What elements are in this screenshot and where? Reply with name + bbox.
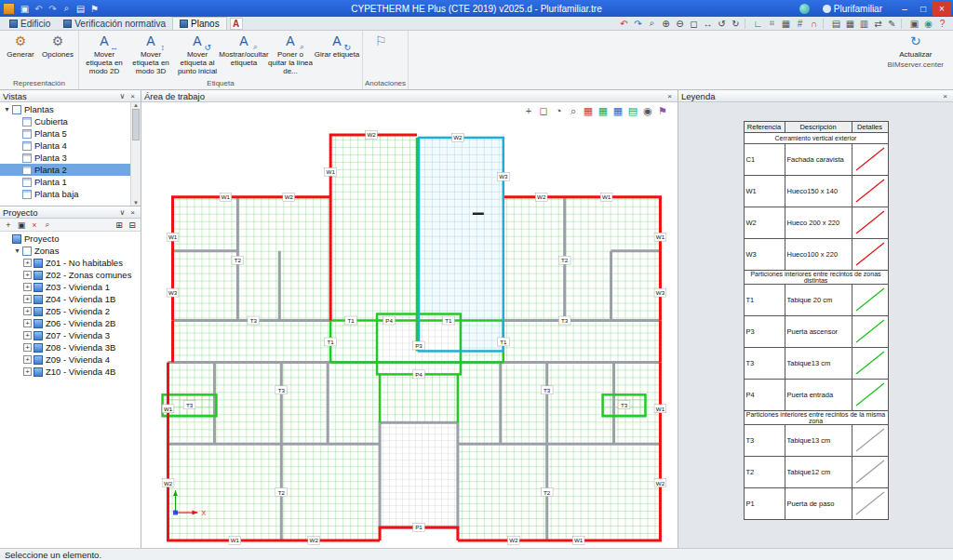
label-a-tool-icon[interactable]: A: [230, 18, 243, 30]
tree-item-planta-4[interactable]: Planta 4: [0, 140, 141, 152]
tree-item-zonas[interactable]: ▾Zonas: [0, 245, 141, 257]
scroll-down-icon[interactable]: ▼: [133, 200, 139, 206]
ribbon-button-anotaciones[interactable]: ⚐: [365, 32, 396, 51]
tree-item-z04-vivienda-1b[interactable]: +Z04 - Vivienda 1B: [0, 293, 141, 305]
expand-box-icon[interactable]: +: [23, 307, 32, 315]
web-icon[interactable]: ◉: [921, 18, 935, 30]
tree-item-z05-vivienda-2[interactable]: +Z05 - Vivienda 2: [0, 305, 141, 317]
expand-box-icon[interactable]: +: [23, 355, 32, 364]
coordinates-icon[interactable]: #: [793, 18, 807, 30]
drawing-canvas[interactable]: +◻◔⌕▦▦▦▤◉⚑: [141, 102, 678, 548]
tab-edificio[interactable]: Edificio: [3, 17, 57, 30]
tree-item-planta-3[interactable]: Planta 3: [0, 152, 141, 164]
sheet-icon[interactable]: ▥: [857, 18, 871, 30]
tab-verificacion-normativa[interactable]: Verificación normativa: [57, 17, 172, 30]
tree-item-plantas[interactable]: ▾Plantas: [0, 103, 141, 115]
expand-box-icon[interactable]: +: [23, 259, 32, 267]
close-icon[interactable]: ×: [940, 91, 950, 101]
close-button[interactable]: ×: [933, 1, 951, 16]
tree-item-z03-vivienda-1[interactable]: +Z03 - Vivienda 1: [0, 281, 141, 293]
zoom-model-icon[interactable]: ⌕: [566, 104, 581, 117]
expand-box-icon[interactable]: +: [23, 367, 32, 376]
snap-icon[interactable]: ▦: [779, 18, 793, 30]
expand-box-icon[interactable]: +: [23, 331, 32, 340]
zoom-icon[interactable]: ⌕: [60, 3, 74, 15]
tree-item-proyecto[interactable]: Proyecto: [0, 233, 141, 245]
dimensions-icon[interactable]: ⇄: [871, 18, 885, 30]
visibility-icon[interactable]: ◉: [640, 104, 655, 117]
floor-plan-canvas[interactable]: X W2W2W1W3W1W2W2W1W1W3W1W2W1W3W1W2W1W2W2…: [141, 102, 678, 548]
view-3d-icon[interactable]: ◻: [536, 104, 551, 117]
expand-box-icon[interactable]: +: [23, 319, 32, 327]
chevron-down-icon[interactable]: ∨: [117, 91, 128, 101]
expand-box-icon[interactable]: +: [23, 283, 32, 291]
ribbon-button-mover-etiqueta-en-modo-3d[interactable]: A↕Mover etiqueta en modo 3D: [128, 32, 174, 75]
close-icon[interactable]: ×: [664, 91, 675, 101]
table-red-icon[interactable]: ▦: [581, 104, 596, 117]
tree-item-z09-vivienda-4[interactable]: +Z09 - Vivienda 4: [0, 353, 141, 366]
save-icon[interactable]: ▣: [18, 3, 32, 15]
tree-item-planta-1[interactable]: Planta 1: [0, 176, 141, 188]
grid-icon[interactable]: ⌗: [765, 18, 779, 30]
tree-item-z08-vivienda-3b[interactable]: +Z08 - Vivienda 3B: [0, 341, 141, 353]
layers-icon[interactable]: ▤: [829, 18, 843, 30]
search-icon[interactable]: ⌕: [41, 219, 54, 231]
zoom-window-icon[interactable]: ⌕: [645, 18, 659, 30]
user-name[interactable]: Plurifamiliar: [834, 4, 882, 14]
minimize-button[interactable]: –: [895, 1, 914, 16]
redo-icon[interactable]: ↷: [46, 3, 60, 15]
add-icon[interactable]: +: [2, 219, 15, 231]
undo-icon[interactable]: ↶: [32, 3, 46, 15]
ribbon-button-mostrar-ocultar-etiqueta[interactable]: A⌕Mostrar/ocultar etiqueta: [221, 32, 267, 68]
table-blue-icon[interactable]: ▦: [611, 104, 625, 117]
copy-icon[interactable]: ▣: [15, 219, 28, 231]
screens-icon[interactable]: ▣: [907, 18, 921, 30]
magnet-icon[interactable]: ∩: [807, 18, 821, 30]
redo-icon[interactable]: ↷: [631, 18, 645, 30]
tree-item-planta-baja[interactable]: Planta baja: [0, 188, 141, 200]
tree-item-z06-vivienda-2b[interactable]: +Z06 - Vivienda 2B: [0, 317, 141, 329]
scroll-up-icon[interactable]: ▲: [133, 102, 139, 108]
print-icon[interactable]: ▤: [74, 3, 87, 15]
text-icon[interactable]: ✎: [885, 18, 899, 30]
zoom-out-icon[interactable]: ⊖: [673, 18, 687, 30]
tree-item-planta-5[interactable]: Planta 5: [0, 127, 141, 140]
tree-item-z01-no-habitables[interactable]: +Z01 - No habitables: [0, 257, 141, 269]
help-icon[interactable]: ?: [935, 18, 949, 30]
expand-box-icon[interactable]: +: [23, 295, 32, 303]
ribbon-button-mover-etiqueta-en-modo-2d[interactable]: A↔Mover etiqueta en modo 2D: [81, 32, 128, 75]
redraw-icon[interactable]: ↻: [729, 18, 743, 30]
zoom-extents-icon[interactable]: ◻: [687, 18, 701, 30]
expand-all-icon[interactable]: ⊞: [113, 219, 126, 231]
layers-icon[interactable]: ▤: [625, 104, 640, 117]
close-icon[interactable]: ×: [128, 91, 138, 101]
tree-item-z10-vivienda-4b[interactable]: +Z10 - Vivienda 4B: [0, 366, 141, 378]
undo-icon[interactable]: ↶: [617, 18, 631, 30]
bimserver-globe-icon[interactable]: [799, 4, 810, 14]
orbit-icon[interactable]: ◔: [551, 104, 566, 117]
expand-box-icon[interactable]: +: [23, 343, 32, 352]
tree-item-z07-vivienda-3[interactable]: +Z07 - Vivienda 3: [0, 329, 141, 341]
tags-icon[interactable]: ⚑: [655, 104, 670, 117]
ribbon-button-generar[interactable]: ⚙Generar: [2, 32, 39, 60]
actualizar-button[interactable]: ↻ Actualizar: [899, 32, 932, 60]
close-icon[interactable]: ×: [128, 207, 138, 218]
table-green-icon[interactable]: ▦: [596, 104, 611, 117]
expander-icon[interactable]: ▾: [3, 105, 11, 113]
axes-icon[interactable]: +: [521, 104, 536, 117]
ortho-icon[interactable]: ∟: [751, 18, 765, 30]
tree-item-planta-2[interactable]: Planta 2: [0, 164, 141, 176]
tree-item-cubierta[interactable]: Cubierta: [0, 115, 141, 127]
tables-icon[interactable]: ▦: [843, 18, 857, 30]
ribbon-button-poner-o-quitar-la-l-nea-de[interactable]: A⌕Poner o quitar la línea de...: [267, 32, 314, 75]
chevron-down-icon[interactable]: ∨: [117, 207, 128, 218]
delete-icon[interactable]: ×: [28, 219, 41, 231]
tab-planos[interactable]: Planos: [172, 17, 227, 30]
ribbon-button-opciones[interactable]: ⚙Opciones: [39, 32, 76, 60]
collapse-all-icon[interactable]: ⊟: [126, 219, 139, 231]
scrollbar-thumb[interactable]: [132, 109, 140, 140]
previous-view-icon[interactable]: ↺: [715, 18, 729, 30]
expander-icon[interactable]: ▾: [13, 247, 21, 255]
maximize-button[interactable]: □: [914, 1, 933, 16]
pan-icon[interactable]: ↔: [701, 18, 715, 30]
